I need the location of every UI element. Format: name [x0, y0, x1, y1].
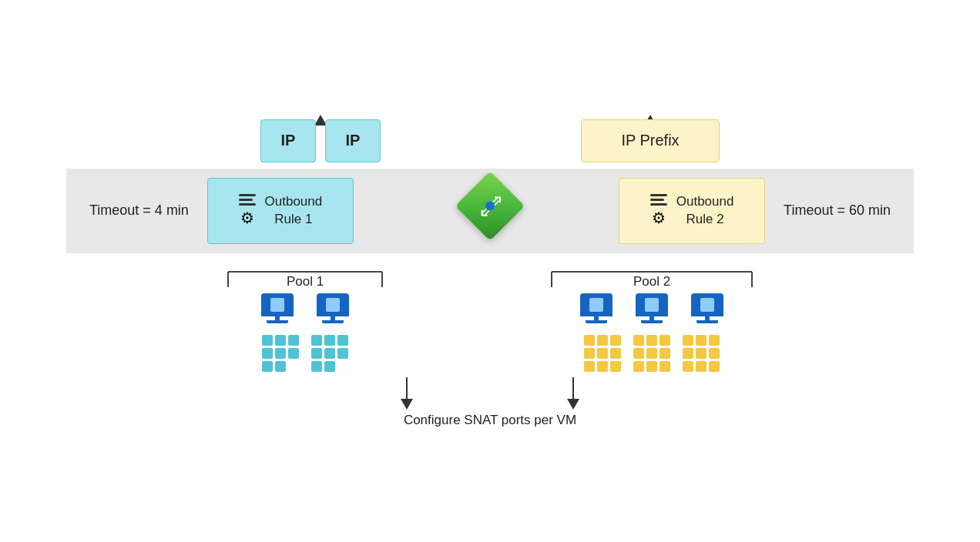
- vm-screen-5: [691, 293, 723, 316]
- port-cell: [709, 335, 720, 346]
- vm-base-4: [641, 320, 663, 323]
- pool-2-group: Pool 2: [544, 269, 760, 374]
- port-cell: [597, 335, 608, 346]
- rule-1-icon: ⚙: [239, 194, 256, 227]
- port-cell: [646, 348, 657, 359]
- vm-cube-1: [270, 298, 284, 312]
- arrow-down-line-left: [406, 377, 408, 399]
- port-cell: [337, 335, 348, 346]
- top-section: IP IP IP Prefix: [66, 115, 914, 162]
- vm-cube-4: [645, 298, 659, 312]
- outbound-rule-2-box: ⚙ OutboundRule 2: [619, 178, 765, 244]
- vm-row-pool1: [257, 293, 353, 327]
- port-cell: [288, 335, 299, 346]
- main-diagram: IP IP IP Prefix ⟺ Timeout = 4 min: [66, 115, 914, 428]
- outbound-rule-1-label: OutboundRule 1: [265, 193, 323, 227]
- port-cell: [659, 335, 670, 346]
- port-cell: [610, 361, 621, 372]
- middle-band: ⟺ Timeout = 4 min ⚙ OutboundRule 1: [66, 169, 914, 253]
- ip-box-2: IP: [325, 119, 381, 162]
- vm-stand-5: [705, 316, 710, 320]
- port-cell: [311, 348, 322, 359]
- outbound-rule-2-label: OutboundRule 2: [676, 193, 734, 227]
- port-cell: [584, 361, 595, 372]
- port-grid-vm5: [683, 335, 720, 374]
- arrowhead-down-right: [567, 399, 579, 410]
- right-rules-side: ⚙ OutboundRule 2 Timeout = 60 min: [619, 178, 891, 244]
- bottom-arrows-section: [66, 377, 914, 410]
- vm-base-1: [267, 320, 288, 323]
- vm-screen-4: [636, 293, 668, 316]
- vm-screen-1: [261, 293, 294, 316]
- port-cell: [262, 361, 273, 372]
- port-cell: [275, 348, 286, 359]
- arrow-down-right: [567, 377, 579, 410]
- vm-screen-3: [580, 293, 612, 316]
- vm-icon-2: [313, 293, 353, 327]
- port-cell: [324, 348, 335, 359]
- vm-base-2: [322, 320, 344, 323]
- port-cell: [659, 361, 670, 372]
- arrowhead-down-left: [401, 399, 413, 410]
- port-cell: [709, 348, 720, 359]
- diamond-dot: [485, 201, 495, 210]
- vm-screen-2: [317, 293, 349, 316]
- vm-base-3: [586, 320, 607, 323]
- port-cell: [288, 348, 299, 359]
- port-cell: [311, 335, 322, 346]
- port-cell: [584, 335, 595, 346]
- vm-stand-4: [649, 316, 654, 320]
- arrow-down-line-right: [572, 377, 575, 399]
- vm-icon-5: [687, 293, 727, 327]
- vm-cube-5: [700, 298, 714, 312]
- timeout-label-right: Timeout = 60 min: [784, 202, 891, 219]
- port-grid-vm3: [584, 335, 621, 374]
- outbound-rule-1-box: ⚙ OutboundRule 1: [207, 178, 354, 244]
- gear-icon-2: ⚙: [652, 209, 666, 227]
- port-cell: [683, 335, 693, 346]
- pools-section: Pool 1: [66, 269, 914, 374]
- port-cell: [324, 361, 335, 372]
- port-cell: [610, 348, 621, 359]
- port-cell: [597, 348, 608, 359]
- rule-line-4: [650, 194, 667, 196]
- port-cell: [584, 348, 595, 359]
- ip-group-left: IP IP: [260, 115, 381, 162]
- rule-2-lines: [650, 194, 667, 206]
- vm-cube-2: [326, 298, 340, 312]
- ip-box-1: IP: [260, 119, 316, 162]
- port-grid-vm4: [633, 335, 670, 374]
- port-cell: [324, 335, 335, 346]
- rule-line-1: [239, 194, 256, 196]
- port-cell: [275, 335, 286, 346]
- port-cell: [659, 348, 670, 359]
- vm-icon-1: [257, 293, 297, 327]
- port-cell: [696, 348, 706, 359]
- vm-stand-3: [594, 316, 599, 320]
- vm-base-5: [696, 320, 718, 323]
- port-cell: [597, 361, 608, 372]
- pool-2-bracket: Pool 2: [544, 269, 760, 290]
- port-grid-vm2: [311, 335, 348, 372]
- pool-1-bracket: Pool 1: [220, 269, 390, 290]
- vm-stand-1: [275, 316, 280, 320]
- port-cell: [709, 361, 720, 372]
- port-grids-pool2: [584, 335, 720, 374]
- port-cell: [610, 335, 621, 346]
- vm-stand-2: [331, 316, 335, 320]
- rule-line-6: [650, 203, 667, 206]
- rule-1-lines: [239, 194, 256, 206]
- configure-snat-label: Configure SNAT ports per VM: [404, 413, 576, 428]
- port-cell: [633, 348, 644, 359]
- port-grids-pool1: [262, 335, 348, 372]
- rule-line-2: [239, 199, 253, 201]
- port-cell: [683, 348, 693, 359]
- port-cell: [633, 361, 644, 372]
- diamond-shape: ⟺: [455, 171, 525, 241]
- ip-boxes: IP IP: [260, 119, 381, 162]
- ip-prefix-box: IP Prefix: [581, 119, 720, 162]
- port-cell: [696, 335, 706, 346]
- vm-cube-3: [589, 298, 603, 312]
- port-cell: [337, 348, 348, 359]
- ip-group-right: IP Prefix: [581, 115, 720, 162]
